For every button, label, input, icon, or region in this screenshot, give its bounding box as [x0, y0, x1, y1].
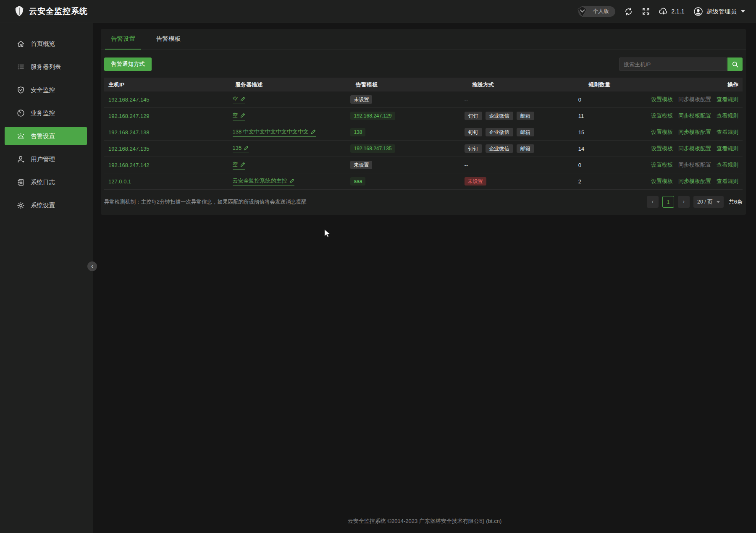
sidebar-item-users[interactable]: 用户管理 [5, 150, 87, 168]
server-desc-edit-link[interactable]: 云安全监控系统的主控 [233, 177, 294, 186]
alert-settings-table: 主机IP 服务器描述 告警模板 推送方式 规则数量 操作 192.168.247… [104, 78, 743, 190]
view-rules-link[interactable]: 查看规则 [717, 178, 738, 185]
sidebar-item-settings[interactable]: 系统设置 [5, 196, 87, 214]
refresh-icon[interactable] [624, 7, 633, 16]
current-page-button[interactable]: 1 [662, 196, 674, 208]
server-desc-edit-link[interactable]: 空 [233, 95, 245, 104]
view-rules-link[interactable]: 查看规则 [717, 145, 738, 152]
sync-template-config-link[interactable]: 同步模板配置 [678, 112, 711, 120]
sync-template-config-link[interactable]: 同步模板配置 [678, 178, 711, 185]
table-footer: 异常检测机制：主控每2分钟扫描一次异常信息，如果匹配的所设阈值将会发送消息提醒 … [104, 195, 743, 209]
cell-push-method: -- [460, 162, 574, 168]
brand: 云安全监控系统 [14, 6, 88, 17]
content-card: 告警设置 告警模板 告警通知方式 主机IP 服务 [101, 29, 746, 215]
detection-hint: 异常检测机制：主控每2分钟扫描一次异常信息，如果匹配的所设阈值将会发送消息提醒 [104, 199, 307, 206]
gauge-icon [17, 109, 25, 117]
cell-alert-template: 未设置 [346, 161, 460, 169]
view-rules-link[interactable]: 查看规则 [717, 128, 738, 136]
sidebar-item-logs[interactable]: 系统日志 [5, 173, 87, 191]
cell-alert-template: 未设置 [346, 95, 460, 104]
table-body: 192.168.247.145空未设置--0设置模板同步模板配置查看规则192.… [104, 91, 743, 190]
set-template-link[interactable]: 设置模板 [651, 96, 673, 103]
sidebar-item-label: 业务监控 [31, 109, 55, 117]
rule-count-text: 2 [578, 178, 581, 185]
host-ip-text: 127.0.0.1 [108, 178, 131, 185]
server-desc-edit-link[interactable]: 138 中文中文中文中文中文中文 [233, 128, 316, 137]
cell-host-ip: 192.168.247.138 [104, 129, 228, 136]
view-rules-link[interactable]: 查看规则 [717, 112, 738, 120]
server-desc-text: 135 [233, 145, 242, 151]
view-rules-link[interactable]: 查看规则 [717, 96, 738, 103]
cell-actions: 设置模板同步模板配置查看规则 [647, 178, 743, 185]
page-size-value: 20 / 页 [697, 199, 713, 206]
cell-push-method: -- [460, 97, 574, 103]
set-template-link[interactable]: 设置模板 [651, 128, 673, 136]
version-number: 2.1.1 [671, 8, 684, 15]
prev-page-button[interactable]: ‹ [647, 196, 659, 208]
push-tag: 邮箱 [517, 128, 534, 136]
home-icon [17, 40, 25, 48]
server-desc-edit-link[interactable]: 空 [233, 161, 245, 170]
search-button[interactable] [727, 57, 743, 71]
set-template-link[interactable]: 设置模板 [651, 145, 673, 152]
server-desc-edit-link[interactable]: 135 [233, 145, 249, 152]
view-rules-link[interactable]: 查看规则 [717, 161, 738, 169]
sidebar-item-label: 用户管理 [31, 155, 55, 163]
server-desc-text: 空 [233, 112, 238, 119]
push-tag: 钉钉 [465, 112, 482, 120]
alert-template-badge: aaa [350, 177, 365, 186]
pencil-icon [240, 162, 245, 167]
page-size-select[interactable]: 20 / 页 [693, 196, 724, 208]
sidebar-item-security[interactable]: 安全监控 [5, 81, 87, 99]
push-unset-badge: 未设置 [465, 177, 486, 186]
table-row: 127.0.0.1云安全监控系统的主控aaa未设置2设置模板同步模板配置查看规则 [104, 173, 743, 190]
server-desc-text: 云安全监控系统的主控 [233, 177, 287, 185]
caret-down-icon [741, 10, 745, 13]
next-page-button[interactable]: › [678, 196, 690, 208]
sync-template-config-link[interactable]: 同步模板配置 [678, 128, 711, 136]
gem-icon [576, 5, 589, 18]
toolbar: 告警通知方式 [104, 57, 743, 71]
tab-alert-templates[interactable]: 告警模板 [150, 29, 186, 50]
chevron-down-icon [717, 201, 720, 203]
alert-notify-method-button[interactable]: 告警通知方式 [104, 57, 152, 71]
rule-count-text: 0 [578, 162, 581, 168]
push-tag: 企业微信 [486, 128, 513, 136]
set-template-link[interactable]: 设置模板 [651, 112, 673, 120]
cell-server-desc: 空 [228, 112, 346, 120]
set-template-link[interactable]: 设置模板 [651, 161, 673, 169]
fullscreen-icon[interactable] [642, 7, 650, 16]
user-icon [17, 155, 25, 163]
set-template-link[interactable]: 设置模板 [651, 178, 673, 185]
cell-host-ip: 192.168.247.135 [104, 146, 228, 152]
sidebar-item-alerts[interactable]: 告警设置 [5, 127, 87, 145]
sidebar-item-business[interactable]: 业务监控 [5, 104, 87, 122]
edition-badge[interactable]: 个人版 [578, 6, 615, 17]
push-empty-dash: -- [465, 162, 468, 168]
sidebar-item-label: 首页概览 [31, 40, 55, 48]
version-info[interactable]: 2.1.1 [659, 7, 684, 16]
sidebar-item-label: 告警设置 [31, 132, 55, 140]
copyright-footer: 云安全监控系统 ©2014-2023 广东堡塔安全技术有限公司 (bt.cn) [93, 517, 756, 525]
search-input[interactable] [619, 57, 727, 71]
alert-template-badge: 192.168.247.135 [350, 144, 395, 153]
host-ip-text: 192.168.247.129 [108, 113, 150, 119]
push-tag: 邮箱 [517, 112, 534, 120]
tab-alert-settings[interactable]: 告警设置 [105, 29, 141, 50]
sync-template-config-link[interactable]: 同步模板配置 [678, 145, 711, 152]
table-row: 192.168.247.129空192.168.247.129钉钉企业微信邮箱1… [104, 108, 743, 124]
server-desc-text: 空 [233, 161, 238, 168]
pagination: ‹ 1 › 20 / 页 共6条 [647, 196, 743, 208]
cell-rule-count: 2 [574, 178, 647, 185]
sidebar-collapse-button[interactable]: ‹ [87, 261, 97, 271]
gear-icon [17, 201, 25, 209]
top-header: 云安全监控系统 个人版 [0, 0, 756, 23]
cell-actions: 设置模板同步模板配置查看规则 [647, 96, 743, 103]
rule-count-text: 0 [578, 97, 581, 103]
column-header-template: 告警模板 [352, 81, 468, 89]
sidebar-item-home[interactable]: 首页概览 [5, 34, 87, 53]
cell-host-ip: 192.168.247.145 [104, 97, 228, 103]
server-desc-edit-link[interactable]: 空 [233, 112, 245, 120]
sidebar-item-server-list[interactable]: 服务器列表 [5, 57, 87, 76]
user-menu[interactable]: 超级管理员 [693, 7, 746, 16]
